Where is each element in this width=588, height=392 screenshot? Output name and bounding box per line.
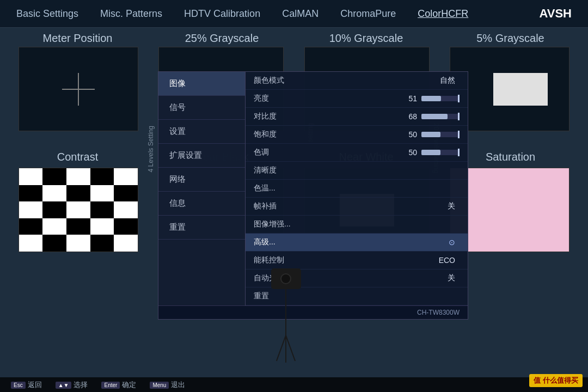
camera-body	[271, 268, 301, 289]
osd-menu-overlay: 图像 信号 设置 扩展设置 网络 信息 重置 颜色模式 自然	[158, 71, 468, 320]
tripod-leg-left	[285, 335, 296, 362]
checker	[90, 235, 114, 252]
nav-logo: AVSH	[540, 7, 572, 21]
label-10-grayscale: 10% Grayscale	[312, 32, 421, 45]
osd-row-frame[interactable]: 帧补插 关	[246, 198, 468, 216]
nav-colorhcfr[interactable]: ColorHCFR	[418, 8, 468, 20]
contrast-cell	[19, 168, 138, 252]
osd-slider-marker-brightness	[458, 95, 460, 102]
checker	[19, 235, 43, 252]
osd-label-sharpness: 清晰度	[254, 166, 460, 175]
osd-label-frame: 帧补插	[254, 201, 439, 211]
osd-slider-fill-contrast	[421, 114, 448, 119]
checker	[19, 185, 43, 202]
osd-control-exit: Menu 退出	[150, 380, 185, 390]
tripod-pole	[285, 289, 286, 338]
osd-menu-item-signal[interactable]: 信号	[158, 96, 245, 120]
osd-model-name: CH-TW8300W	[158, 305, 468, 319]
osd-controls-bar: Esc 返回 ▲▼ 选择 Enter 确定 Menu 退出	[0, 377, 588, 392]
osd-sidebar: 图像 信号 设置 扩展设置 网络 信息 重置	[158, 72, 246, 305]
osd-slider-fill-brightness	[421, 96, 441, 101]
osd-menu-item-network[interactable]: 网络	[158, 168, 245, 192]
checker	[66, 185, 90, 202]
osd-slider-marker-contrast	[458, 113, 460, 120]
osd-row-brightness[interactable]: 亮度 51	[246, 90, 468, 108]
osd-value-frame: 关	[439, 201, 455, 211]
osd-value-tint: 50	[401, 148, 417, 157]
osd-row-tint[interactable]: 色调 50	[246, 144, 468, 162]
osd-control-select: ▲▼ 选择	[56, 380, 88, 390]
osd-control-confirm: Enter 确定	[101, 380, 136, 390]
osd-ctrl-label-confirm: 确定	[122, 380, 136, 390]
osd-row-enhance[interactable]: 图像增强...	[246, 216, 468, 234]
label-saturation: Saturation	[456, 151, 565, 163]
side-label-left: 4 Levels Setting	[147, 126, 155, 172]
nav-calman[interactable]: CalMAN	[282, 8, 318, 20]
osd-slider-contrast	[421, 114, 460, 119]
nav-basic-settings[interactable]: Basic Settings	[16, 8, 78, 20]
osd-control-back: Esc 返回	[11, 380, 42, 390]
osd-ctrl-label-select: 选择	[74, 380, 88, 390]
osd-menu-item-settings[interactable]: 设置	[158, 120, 245, 144]
osd-menu-item-image[interactable]: 图像	[158, 72, 245, 96]
osd-row-contrast[interactable]: 对比度 68	[246, 108, 468, 126]
checker	[114, 201, 138, 218]
osd-menu: 图像 信号 设置 扩展设置 网络 信息 重置 颜色模式 自然	[158, 72, 468, 305]
label-contrast: Contrast	[23, 151, 132, 163]
nav-hdtv[interactable]: HDTV Calibration	[184, 8, 260, 20]
nav-chromapure[interactable]: ChromaPure	[340, 8, 396, 20]
osd-btn-arrow[interactable]: ▲▼	[56, 382, 72, 389]
osd-slider-fill-tint	[421, 150, 440, 155]
checker	[90, 185, 114, 202]
osd-value-advanced: ⊙	[439, 238, 455, 247]
osd-row-advanced[interactable]: 高级... ⊙	[246, 234, 468, 252]
osd-label-brightness: 亮度	[254, 94, 401, 103]
osd-label-enhance: 图像增强...	[254, 219, 460, 229]
label-5-grayscale: 5% Grayscale	[456, 32, 565, 45]
label-meter-position: Meter Position	[23, 32, 132, 45]
osd-row-saturation[interactable]: 饱和度 50	[246, 126, 468, 144]
osd-btn-esc[interactable]: Esc	[11, 382, 26, 389]
osd-label-saturation: 饱和度	[254, 130, 401, 139]
checker	[19, 201, 43, 218]
crosshair-vertical	[78, 73, 79, 106]
osd-value-contrast: 68	[401, 112, 417, 121]
osd-menu-item-extended[interactable]: 扩展设置	[158, 144, 245, 168]
osd-value-brightness: 51	[401, 94, 417, 103]
osd-row-power[interactable]: 能耗控制 ECO	[246, 252, 468, 270]
osd-value-power: ECO	[439, 256, 455, 265]
watermark: 值 什么值得买	[529, 374, 583, 387]
main-wrapper: Basic Settings Misc. Patterns HDTV Calib…	[0, 0, 588, 392]
osd-btn-enter[interactable]: Enter	[101, 382, 120, 389]
osd-btn-menu[interactable]: Menu	[150, 382, 169, 389]
osd-label-color-mode: 颜色模式	[254, 76, 439, 85]
nav-misc-patterns[interactable]: Misc. Patterns	[100, 8, 162, 20]
osd-menu-item-info[interactable]: 信息	[158, 192, 245, 216]
osd-row-sharpness[interactable]: 清晰度	[246, 162, 468, 180]
osd-row-color-mode[interactable]: 颜色模式 自然	[246, 72, 468, 90]
checker	[42, 185, 66, 202]
checker	[42, 218, 66, 235]
checker	[66, 168, 90, 185]
checker	[90, 201, 114, 218]
checker	[114, 235, 138, 252]
osd-ctrl-label-exit: 退出	[171, 380, 185, 390]
checker	[90, 218, 114, 235]
tripod-legs	[264, 335, 308, 363]
osd-slider-fill-saturation	[421, 132, 440, 137]
top-nav: Basic Settings Misc. Patterns HDTV Calib…	[0, 0, 588, 28]
meter-position-box	[19, 47, 138, 131]
osd-menu-item-reset[interactable]: 重置	[158, 216, 245, 240]
tripod-leg-center	[285, 335, 286, 363]
checker	[42, 201, 66, 218]
checker	[66, 201, 90, 218]
osd-label-tint: 色调	[254, 148, 401, 157]
checker	[19, 218, 43, 235]
top-labels-row: Meter Position 25% Grayscale 10% Graysca…	[0, 28, 588, 47]
checker	[42, 235, 66, 252]
checker	[114, 185, 138, 202]
label-25-grayscale: 25% Grayscale	[168, 32, 277, 45]
osd-value-iris: 关	[439, 273, 455, 283]
osd-row-colortemp[interactable]: 色温...	[246, 180, 468, 198]
osd-slider-marker-tint	[458, 149, 460, 156]
